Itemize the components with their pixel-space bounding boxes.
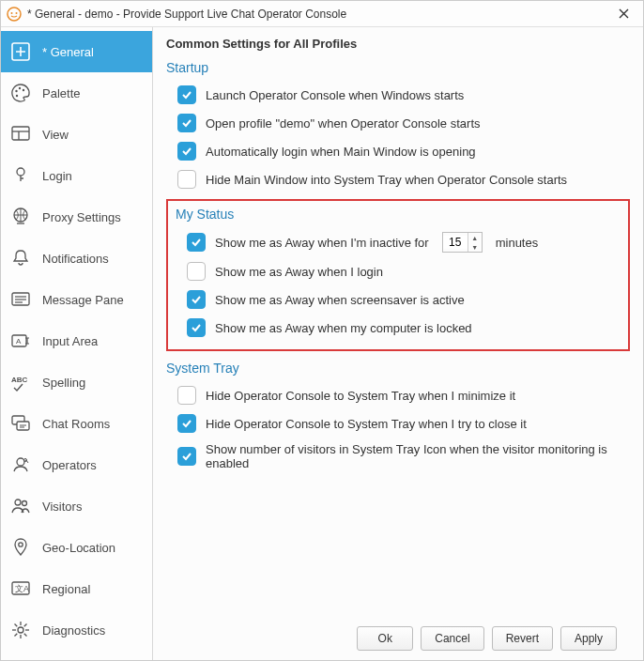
checkbox-away-on-login[interactable] — [187, 262, 206, 281]
page-heading: Common Settings for All Profiles — [166, 37, 630, 51]
sidebar-item-visitors[interactable]: Visitors — [1, 485, 152, 527]
checkbox-hide-to-tray-on-start[interactable] — [177, 170, 196, 189]
sidebar-item-label: Palette — [42, 86, 80, 100]
checkbox-away-inactive[interactable] — [187, 233, 206, 252]
svg-line-39 — [15, 634, 18, 637]
sidebar-item-palette[interactable]: Palette — [1, 72, 152, 114]
message-pane-icon — [10, 289, 31, 310]
spelling-icon: ABC — [10, 372, 31, 392]
window: * General - demo - Provide Support Live … — [0, 0, 644, 661]
sidebar-item-notifications[interactable]: Notifications — [1, 238, 152, 279]
close-button[interactable] — [609, 3, 637, 25]
ok-button[interactable]: Ok — [357, 626, 413, 651]
footer: Ok Cancel Revert Apply — [166, 617, 630, 660]
spinner-arrows: ▲ ▼ — [468, 233, 482, 252]
sidebar-item-label: Visitors — [42, 500, 82, 514]
inactive-minutes-spinner[interactable]: ▲ ▼ — [442, 232, 483, 253]
checkbox-row: Hide Operator Console to System Tray whe… — [166, 381, 630, 409]
svg-point-26 — [15, 500, 21, 505]
sidebar-item-label: Login — [42, 169, 72, 183]
checkbox-label: Show me as Away when screensaver is acti… — [215, 293, 465, 307]
svg-point-31 — [18, 627, 23, 633]
checkbox-row: Show number of visitors in System Tray I… — [166, 438, 630, 475]
sidebar-item-chat-rooms[interactable]: Chat Rooms — [1, 403, 152, 444]
sidebar-item-label: View — [42, 128, 69, 142]
view-icon — [10, 124, 31, 145]
checkbox-tray-on-close[interactable] — [177, 414, 196, 433]
visitors-icon — [10, 496, 31, 516]
sidebar-item-label: Diagnostics — [42, 623, 105, 638]
checkbox-row: Show me as Away when screensaver is acti… — [176, 285, 621, 314]
sidebar-item-label: Operators — [42, 458, 97, 472]
svg-text:文A: 文A — [15, 584, 29, 593]
checkbox-row: Show me as Away when I login — [176, 257, 621, 285]
sidebar-item-label: Input Area — [42, 334, 98, 348]
globe-icon — [10, 207, 31, 227]
highlight-mystatus: My Status Show me as Away when I'm inact… — [166, 199, 630, 351]
sidebar-item-message-pane[interactable]: Message Pane — [1, 279, 152, 320]
group-title-startup: Startup — [166, 60, 630, 75]
group-title-mystatus: My Status — [176, 207, 621, 222]
close-icon — [619, 8, 629, 19]
sidebar-item-label: Notifications — [42, 252, 109, 266]
window-title: * General - demo - Provide Support Live … — [27, 8, 609, 21]
sidebar-item-label: Message Pane — [42, 293, 124, 307]
checkbox-label: Hide Main Window into System Tray when O… — [206, 173, 567, 187]
sidebar-item-spelling[interactable]: ABC Spelling — [1, 361, 152, 403]
sidebar-item-view[interactable]: View — [1, 114, 152, 155]
checkbox-row: Show me as Away when my computer is lock… — [176, 314, 621, 342]
sidebar-item-input-area[interactable]: A Input Area — [1, 320, 152, 361]
svg-rect-8 — [12, 127, 29, 140]
spinner-down[interactable]: ▼ — [468, 242, 482, 252]
checkbox-tray-on-minimize[interactable] — [177, 386, 196, 405]
checkbox-open-profile-on-start[interactable] — [177, 114, 196, 132]
svg-line-36 — [15, 624, 18, 627]
checkbox-label: Show me as Away when my computer is lock… — [215, 321, 472, 335]
sidebar-item-diagnostics[interactable]: Diagnostics — [1, 609, 152, 651]
svg-point-24 — [17, 458, 24, 466]
checkbox-auto-login[interactable] — [177, 142, 196, 161]
sidebar-item-operators[interactable]: Operators — [1, 444, 152, 485]
sidebar-item-label: Geo-Location — [42, 541, 115, 555]
revert-button[interactable]: Revert — [492, 626, 553, 651]
sidebar-item-label: Regional — [42, 582, 90, 596]
sidebar-item-general[interactable]: * General — [1, 31, 152, 72]
checkbox-row: Launch Operator Console when Windows sta… — [166, 81, 630, 109]
sidebar-item-geo-location[interactable]: Geo-Location — [1, 527, 152, 568]
svg-point-6 — [23, 89, 24, 91]
sidebar-item-login[interactable]: Login — [1, 155, 152, 196]
sidebar: * General Palette View Login Proxy Setti… — [1, 27, 153, 660]
content-inner: Common Settings for All Profiles Startup… — [166, 37, 630, 617]
svg-text:A: A — [16, 337, 22, 346]
checkbox-launch-on-windows-start[interactable] — [177, 85, 196, 104]
checkbox-away-locked[interactable] — [187, 318, 206, 337]
checkbox-row: Automatically login when Main Window is … — [166, 137, 630, 165]
checkbox-row: Hide Main Window into System Tray when O… — [166, 165, 630, 193]
sidebar-item-proxy[interactable]: Proxy Settings — [1, 196, 152, 238]
chat-rooms-icon — [10, 413, 31, 434]
operators-icon — [10, 454, 31, 475]
svg-point-4 — [15, 90, 17, 92]
sidebar-item-regional[interactable]: 文A Regional — [1, 568, 152, 609]
titlebar: * General - demo - Provide Support Live … — [1, 1, 643, 27]
svg-point-0 — [8, 8, 21, 21]
body: * General Palette View Login Proxy Setti… — [1, 27, 643, 660]
checkbox-label: Open profile "demo" when Operator Consol… — [206, 116, 481, 131]
apply-button[interactable]: Apply — [560, 626, 617, 651]
sidebar-item-label: * General — [42, 45, 94, 59]
svg-point-7 — [16, 95, 18, 97]
spinner-up[interactable]: ▲ — [468, 233, 482, 242]
checkbox-row: Open profile "demo" when Operator Consol… — [166, 109, 630, 137]
svg-point-28 — [19, 543, 23, 546]
sidebar-item-label: Chat Rooms — [42, 417, 110, 431]
svg-point-27 — [23, 501, 27, 506]
checkbox-label: Launch Operator Console when Windows sta… — [206, 88, 464, 102]
checkbox-tray-visitor-count[interactable] — [177, 447, 196, 466]
cancel-button[interactable]: Cancel — [421, 626, 483, 651]
svg-point-11 — [17, 168, 24, 176]
checkbox-away-screensaver[interactable] — [187, 290, 206, 309]
checkbox-label: Show number of visitors in System Tray I… — [206, 442, 630, 470]
inactive-minutes-input[interactable] — [443, 236, 468, 249]
group-title-systemtray: System Tray — [166, 361, 630, 376]
bell-icon — [10, 248, 31, 269]
